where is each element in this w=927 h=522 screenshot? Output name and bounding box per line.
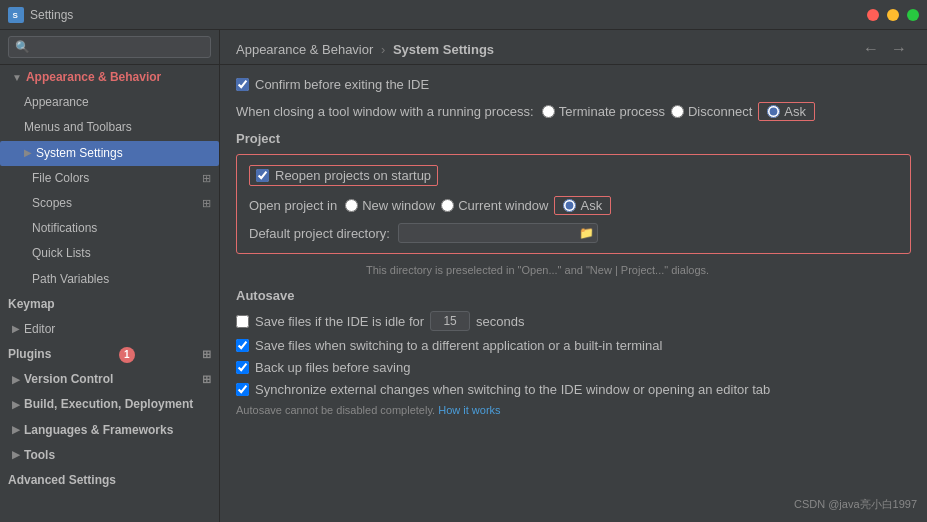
- dir-hint: This directory is preselected in "Open..…: [366, 264, 911, 276]
- terminate-option[interactable]: Terminate process: [542, 104, 665, 119]
- sidebar-item-advanced-settings[interactable]: Advanced Settings: [0, 468, 219, 493]
- ask-radio[interactable]: [767, 105, 780, 118]
- closing-tool-row: When closing a tool window with a runnin…: [236, 102, 911, 121]
- new-window-radio[interactable]: [345, 199, 358, 212]
- content-area: ▼ Appearance & Behavior Appearance Menus…: [0, 30, 927, 522]
- idle-label-pre: Save files if the IDE is idle for: [255, 314, 424, 329]
- sidebar-item-editor[interactable]: ▶ Editor: [0, 317, 219, 342]
- chevron-right-icon: ▶: [12, 397, 20, 413]
- main-body: Confirm before exiting the IDE When clos…: [220, 65, 927, 522]
- maximize-button[interactable]: [907, 9, 919, 21]
- sync-checkbox[interactable]: [236, 383, 249, 396]
- breadcrumb: Appearance & Behavior › System Settings: [236, 42, 494, 57]
- back-button[interactable]: ←: [859, 40, 883, 58]
- disconnect-option[interactable]: Disconnect: [671, 104, 752, 119]
- idle-checkbox[interactable]: [236, 315, 249, 328]
- sidebar-item-label: Appearance: [24, 93, 89, 112]
- sidebar-item-notifications[interactable]: Notifications: [0, 216, 219, 241]
- chevron-down-icon: ▼: [12, 70, 22, 86]
- reopen-text: Reopen projects on startup: [275, 168, 431, 183]
- chevron-right-icon: ▶: [24, 145, 32, 161]
- confirm-exit-row: Confirm before exiting the IDE: [236, 77, 911, 92]
- sidebar-item-languages-frameworks[interactable]: ▶ Languages & Frameworks: [0, 418, 219, 443]
- sidebar-item-label: Tools: [24, 446, 55, 465]
- dir-input[interactable]: [398, 223, 598, 243]
- sidebar-item-label: Keymap: [8, 295, 55, 314]
- sidebar-item-label: Menus and Toolbars: [24, 118, 132, 137]
- plugins-badge: 1: [119, 347, 135, 363]
- open-in-label: Open project in: [249, 198, 337, 213]
- sidebar-item-tools[interactable]: ▶ Tools: [0, 443, 219, 468]
- sidebar-item-appearance-behavior[interactable]: ▼ Appearance & Behavior: [0, 65, 219, 90]
- sidebar-item-label: Build, Execution, Deployment: [24, 395, 193, 414]
- sidebar-item-keymap[interactable]: Keymap: [0, 292, 219, 317]
- sidebar-item-label: Scopes: [32, 194, 72, 213]
- sidebar-item-scopes[interactable]: Scopes ⊞: [0, 191, 219, 216]
- disconnect-radio[interactable]: [671, 105, 684, 118]
- plugins-icon: ⊞: [202, 346, 211, 364]
- sync-label[interactable]: Synchronize external changes when switch…: [236, 382, 770, 397]
- settings-window: S Settings ▼ Appearance & Behavior Appea…: [0, 0, 927, 522]
- sidebar-item-plugins[interactable]: Plugins 1 ⊞: [0, 342, 219, 367]
- reopen-label[interactable]: Reopen projects on startup: [249, 165, 438, 186]
- idle-row: Save files if the IDE is idle for second…: [236, 311, 911, 331]
- backup-text: Back up files before saving: [255, 360, 410, 375]
- chevron-right-icon: ▶: [12, 321, 20, 337]
- switching-checkbox[interactable]: [236, 339, 249, 352]
- breadcrumb-separator: ›: [381, 42, 385, 57]
- sidebar-item-path-variables[interactable]: Path Variables: [0, 267, 219, 292]
- main-panel: Appearance & Behavior › System Settings …: [220, 30, 927, 522]
- switching-label[interactable]: Save files when switching to a different…: [236, 338, 662, 353]
- sidebar-item-system-settings[interactable]: ▶ System Settings: [0, 141, 219, 166]
- idle-input[interactable]: [430, 311, 470, 331]
- ask-option[interactable]: Ask: [758, 102, 815, 121]
- ask-open-label: Ask: [580, 198, 602, 213]
- window-controls: [867, 9, 919, 21]
- forward-button[interactable]: →: [887, 40, 911, 58]
- current-window-radio[interactable]: [441, 199, 454, 212]
- breadcrumb-current: System Settings: [393, 42, 494, 57]
- svg-text:S: S: [13, 11, 19, 20]
- current-window-label: Current window: [458, 198, 548, 213]
- sidebar-item-label: Editor: [24, 320, 55, 339]
- backup-label[interactable]: Back up files before saving: [236, 360, 410, 375]
- search-input[interactable]: [8, 36, 211, 58]
- minimize-button[interactable]: [887, 9, 899, 21]
- ask-open-option[interactable]: Ask: [554, 196, 611, 215]
- autosave-section: Autosave Save files if the IDE is idle f…: [236, 288, 911, 416]
- idle-label[interactable]: Save files if the IDE is idle for: [236, 314, 424, 329]
- confirm-exit-text: Confirm before exiting the IDE: [255, 77, 429, 92]
- sidebar-item-version-control[interactable]: ▶ Version Control ⊞: [0, 367, 219, 392]
- confirm-exit-label[interactable]: Confirm before exiting the IDE: [236, 77, 429, 92]
- new-window-option[interactable]: New window: [345, 198, 435, 213]
- sidebar-item-label: Notifications: [32, 219, 97, 238]
- sidebar-item-menus-toolbars[interactable]: Menus and Toolbars: [0, 115, 219, 140]
- sidebar-item-build-execution[interactable]: ▶ Build, Execution, Deployment: [0, 392, 219, 417]
- sync-row: Synchronize external changes when switch…: [236, 382, 911, 397]
- terminate-radio[interactable]: [542, 105, 555, 118]
- backup-checkbox[interactable]: [236, 361, 249, 374]
- sidebar-item-file-colors[interactable]: File Colors ⊞: [0, 166, 219, 191]
- ask-open-radio[interactable]: [563, 199, 576, 212]
- current-window-option[interactable]: Current window: [441, 198, 548, 213]
- sidebar-item-label: Languages & Frameworks: [24, 421, 173, 440]
- sidebar-search-area: [0, 30, 219, 65]
- scopes-icon: ⊞: [202, 195, 211, 213]
- open-project-row: Open project in New window Current windo…: [249, 196, 898, 215]
- watermark: CSDN @java亮小白1997: [794, 497, 917, 512]
- sidebar-item-quick-lists[interactable]: Quick Lists: [0, 241, 219, 266]
- reopen-checkbox[interactable]: [256, 169, 269, 182]
- sync-text: Synchronize external changes when switch…: [255, 382, 770, 397]
- confirm-exit-checkbox[interactable]: [236, 78, 249, 91]
- close-button[interactable]: [867, 9, 879, 21]
- sidebar: ▼ Appearance & Behavior Appearance Menus…: [0, 30, 220, 522]
- sidebar-item-label: Appearance & Behavior: [26, 68, 161, 87]
- idle-label-post: seconds: [476, 314, 524, 329]
- titlebar: S Settings: [0, 0, 927, 30]
- dir-input-wrap: 📁: [398, 223, 598, 243]
- how-it-works-link[interactable]: How it works: [438, 404, 500, 416]
- app-icon: S: [8, 7, 24, 23]
- sidebar-item-appearance[interactable]: Appearance: [0, 90, 219, 115]
- new-window-label: New window: [362, 198, 435, 213]
- switching-row: Save files when switching to a different…: [236, 338, 911, 353]
